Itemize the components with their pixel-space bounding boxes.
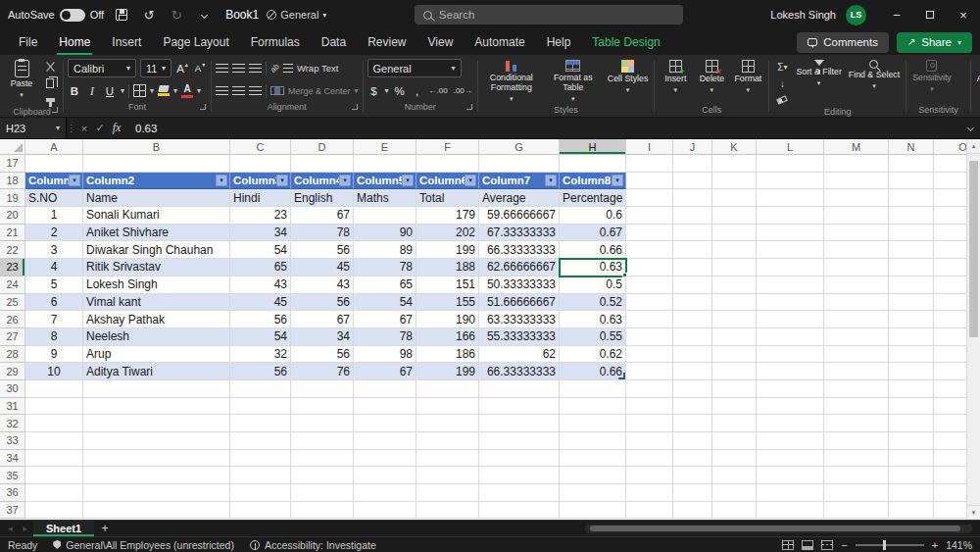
cell-J34[interactable] xyxy=(673,450,712,468)
cell-F32[interactable] xyxy=(416,415,479,432)
cell-L27[interactable] xyxy=(757,328,824,346)
formula-bar-handle-icon[interactable]: ⋮ xyxy=(67,123,76,133)
cell-K37[interactable] xyxy=(712,502,757,520)
cell-A24[interactable]: 5 xyxy=(25,276,83,294)
cell-N36[interactable] xyxy=(889,484,934,502)
cell-B37[interactable] xyxy=(83,502,230,520)
cell-G20[interactable]: 59.66666667 xyxy=(479,207,560,225)
cell-G29[interactable]: 66.33333333 xyxy=(479,363,560,380)
cell-J33[interactable] xyxy=(673,432,712,450)
cell-J23[interactable] xyxy=(673,259,712,276)
cell-H33[interactable] xyxy=(560,432,626,450)
cell-L19[interactable] xyxy=(757,189,824,207)
cell-F36[interactable] xyxy=(416,484,479,502)
cell-N24[interactable] xyxy=(889,276,934,294)
cell-K36[interactable] xyxy=(712,484,757,502)
cell-I18[interactable] xyxy=(626,173,673,190)
page-layout-view-button[interactable] xyxy=(802,540,813,550)
cell-E18[interactable]: Column5▾ xyxy=(354,173,416,190)
cell-F31[interactable] xyxy=(416,398,479,416)
cell-G36[interactable] xyxy=(479,484,560,502)
cell-I30[interactable] xyxy=(626,380,673,398)
tab-page-layout[interactable]: Page Layout xyxy=(152,29,239,55)
vertical-scrollbar-thumb[interactable] xyxy=(969,161,978,337)
addins-button[interactable]: Add-ins xyxy=(975,58,980,86)
cell-N20[interactable] xyxy=(889,207,934,225)
cell-D30[interactable] xyxy=(291,380,354,398)
cell-F24[interactable]: 151 xyxy=(416,276,479,294)
format-as-table-button[interactable]: Format as Table ▾ xyxy=(544,58,603,104)
new-sheet-button[interactable]: + xyxy=(96,522,114,535)
cell-A30[interactable] xyxy=(25,380,83,398)
cell-B17[interactable] xyxy=(83,155,230,173)
cell-D26[interactable]: 67 xyxy=(291,311,354,328)
cell-H23[interactable]: 0.63 xyxy=(560,259,626,276)
cell-D19[interactable]: English xyxy=(291,189,354,207)
cell-B24[interactable]: Lokesh Singh xyxy=(83,276,230,294)
cell-I25[interactable] xyxy=(626,294,673,312)
cell-M21[interactable] xyxy=(824,225,889,242)
cell-L31[interactable] xyxy=(757,398,824,416)
column-header-I[interactable]: I xyxy=(626,139,673,155)
cell-H35[interactable] xyxy=(560,467,626,484)
find-select-button[interactable]: Find & Select ▾ xyxy=(847,58,902,91)
cell-F29[interactable]: 199 xyxy=(416,363,479,380)
column-header-E[interactable]: E xyxy=(354,139,416,155)
cell-L30[interactable] xyxy=(757,380,824,398)
cell-K31[interactable] xyxy=(712,398,757,416)
cell-E29[interactable]: 67 xyxy=(354,363,416,380)
cell-N21[interactable] xyxy=(889,225,934,242)
confirm-entry-button[interactable]: ✓ xyxy=(92,122,108,134)
cut-button[interactable] xyxy=(41,60,59,74)
increase-font-size-button[interactable]: A▴ xyxy=(175,60,189,77)
cell-D37[interactable] xyxy=(291,502,354,520)
cell-B21[interactable]: Aniket Shivhare xyxy=(83,225,230,242)
clear-button[interactable] xyxy=(773,93,791,107)
cell-B28[interactable]: Arup xyxy=(83,346,230,364)
save-button[interactable] xyxy=(112,5,131,25)
cell-K30[interactable] xyxy=(712,380,757,398)
cell-C21[interactable]: 34 xyxy=(230,225,291,242)
cell-K19[interactable] xyxy=(712,189,757,207)
cell-G35[interactable] xyxy=(479,467,560,484)
cell-H36[interactable] xyxy=(560,484,626,502)
cell-J17[interactable] xyxy=(673,155,712,173)
cell-N33[interactable] xyxy=(889,432,934,450)
tab-automate[interactable]: Automate xyxy=(464,29,535,55)
row-header-26[interactable]: 26 xyxy=(0,311,25,328)
cell-E31[interactable] xyxy=(354,398,416,416)
cell-B23[interactable]: Ritik Srivastav xyxy=(83,259,230,276)
cell-A26[interactable]: 7 xyxy=(25,311,83,328)
font-color-button[interactable]: A xyxy=(181,84,193,98)
cell-A32[interactable] xyxy=(25,415,83,432)
cell-E35[interactable] xyxy=(354,467,416,484)
cell-G26[interactable]: 63.33333333 xyxy=(479,311,560,328)
cell-G31[interactable] xyxy=(479,398,560,416)
filter-button-column6[interactable]: ▾ xyxy=(465,175,476,186)
cell-M23[interactable] xyxy=(824,259,889,276)
row-header-29[interactable]: 29 xyxy=(0,363,25,380)
cell-E37[interactable] xyxy=(354,502,416,520)
cell-M34[interactable] xyxy=(824,450,889,468)
filter-button-column2[interactable]: ▾ xyxy=(216,175,227,186)
column-header-H[interactable]: H xyxy=(560,139,626,155)
autosave-toggle[interactable]: AutoSave Off xyxy=(8,9,104,22)
zoom-in-button[interactable]: + xyxy=(932,539,938,551)
increase-decimal-button[interactable]: ←.00 xyxy=(428,82,449,100)
cell-B30[interactable] xyxy=(83,380,230,398)
cell-K22[interactable] xyxy=(712,241,757,259)
cell-G37[interactable] xyxy=(479,502,560,520)
cell-D27[interactable]: 34 xyxy=(291,328,354,346)
tab-file[interactable]: File xyxy=(8,29,48,55)
cell-L26[interactable] xyxy=(757,311,824,328)
previous-sheet-button[interactable]: ◂ xyxy=(4,524,17,533)
accessibility-status[interactable]: Accessibility: Investigate xyxy=(250,539,376,551)
cell-G25[interactable]: 51.66666667 xyxy=(479,294,560,312)
zoom-slider-thumb[interactable] xyxy=(883,540,886,550)
cell-N22[interactable] xyxy=(889,241,934,259)
cell-C23[interactable]: 65 xyxy=(230,259,291,276)
cell-J24[interactable] xyxy=(673,276,712,294)
cell-K28[interactable] xyxy=(712,346,757,364)
fill-handle[interactable] xyxy=(622,273,627,277)
cell-N17[interactable] xyxy=(889,155,934,173)
